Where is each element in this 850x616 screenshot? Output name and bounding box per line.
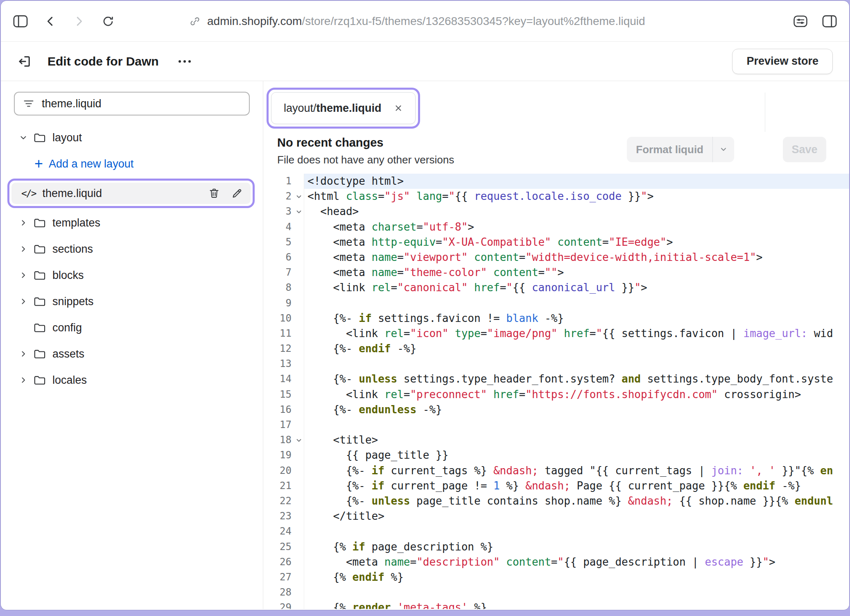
sidebar-item-blocks[interactable]: blocks bbox=[1, 262, 263, 288]
sidebar-item-label: sections bbox=[52, 243, 93, 256]
code-line-24[interactable]: 24 bbox=[263, 524, 849, 539]
code-line-14[interactable]: 14 {%- unless settings.type_header_font.… bbox=[263, 371, 849, 387]
sidebar-item-snippets[interactable]: snippets bbox=[1, 288, 263, 315]
code-line-15[interactable]: 15 <link rel="preconnect" href="https://… bbox=[263, 387, 849, 402]
code-line-3[interactable]: 3 <head> bbox=[263, 204, 849, 219]
sidebar-item-label: templates bbox=[52, 217, 100, 229]
line-number: 2 bbox=[263, 189, 304, 204]
code-line-17[interactable]: 17 bbox=[263, 417, 849, 433]
sidebar-item-assets[interactable]: assets bbox=[1, 341, 263, 367]
main-content: theme.liquid layout+Add a new layout</>t… bbox=[1, 81, 849, 609]
sidebar-item-label: layout bbox=[52, 131, 82, 144]
url-bar[interactable]: admin.shopify.com/store/rzq1xu-f5/themes… bbox=[189, 1, 645, 41]
add-layout-button[interactable]: +Add a new layout bbox=[1, 151, 263, 177]
folder-icon bbox=[34, 244, 46, 254]
code-line-19[interactable]: 19 {{ page_title }} bbox=[263, 448, 849, 463]
chevron-right-icon[interactable] bbox=[19, 376, 28, 384]
selected-file-annotation-ring: </>theme.liquid bbox=[7, 179, 255, 208]
line-number: 21 bbox=[263, 478, 304, 494]
code-line-11[interactable]: 11 <link rel="icon" type="image/png" hre… bbox=[263, 326, 849, 341]
file-search-input[interactable]: theme.liquid bbox=[14, 92, 250, 116]
code-line-26[interactable]: 26 <meta name="description" content="{{ … bbox=[263, 555, 849, 570]
chevron-right-icon[interactable] bbox=[19, 297, 28, 306]
fold-chevron-icon[interactable] bbox=[296, 437, 302, 444]
sidebar-item-label: config bbox=[52, 322, 82, 334]
code-line-22[interactable]: 22 {%- unless page_title contains shop.n… bbox=[263, 494, 849, 509]
tab-layout-theme-liquid[interactable]: layout/theme.liquid bbox=[271, 92, 416, 124]
fold-chevron-icon[interactable] bbox=[296, 193, 302, 200]
chevron-down-icon[interactable] bbox=[19, 134, 28, 142]
more-options-button[interactable] bbox=[174, 56, 195, 67]
code-line-1[interactable]: 1<!doctype html> bbox=[263, 174, 849, 189]
code-line-5[interactable]: 5 <meta http-equiv="X-UA-Compatible" con… bbox=[263, 235, 849, 250]
back-icon[interactable] bbox=[44, 15, 57, 27]
filter-icon bbox=[23, 99, 34, 109]
link-icon bbox=[189, 16, 201, 27]
chevron-right-icon[interactable] bbox=[19, 219, 28, 227]
code-line-21[interactable]: 21 {%- if current_page != 1 %} &ndash; P… bbox=[263, 478, 849, 494]
delete-file-icon[interactable] bbox=[208, 187, 220, 199]
fold-chevron-icon[interactable] bbox=[296, 208, 302, 215]
line-number: 8 bbox=[263, 280, 304, 295]
sidebar-item-layout[interactable]: layout bbox=[1, 125, 263, 151]
code-line-12[interactable]: 12 {%- endif -%} bbox=[263, 341, 849, 356]
line-number: 5 bbox=[263, 235, 304, 250]
sidebar-item-label: theme.liquid bbox=[43, 187, 102, 200]
file-tree: layout+Add a new layout</>theme.liquidte… bbox=[1, 125, 263, 393]
format-liquid-button[interactable]: Format liquid bbox=[627, 137, 734, 162]
code-file-icon: </> bbox=[21, 188, 36, 199]
code-line-27[interactable]: 27 {% endif %} bbox=[263, 570, 849, 585]
chevron-right-icon[interactable] bbox=[19, 245, 28, 253]
code-line-18[interactable]: 18 <title> bbox=[263, 433, 849, 448]
header-vertical-divider bbox=[765, 93, 765, 132]
code-line-28[interactable]: 28 bbox=[263, 585, 849, 600]
code-line-20[interactable]: 20 {%- if current_tags %} &ndash; tagged… bbox=[263, 463, 849, 478]
sidebar-item-label: locales bbox=[52, 374, 87, 387]
sidebar-item-sections[interactable]: sections bbox=[1, 236, 263, 262]
sidebar-item-locales[interactable]: locales bbox=[1, 367, 263, 393]
code-line-6[interactable]: 6 <meta name="viewport" content="width=d… bbox=[263, 250, 849, 265]
chevron-right-icon[interactable] bbox=[19, 350, 28, 358]
code-line-8[interactable]: 8 <link rel="canonical" href="{{ canonic… bbox=[263, 280, 849, 295]
sidebar-item-theme-liquid[interactable]: </>theme.liquid bbox=[11, 183, 251, 204]
line-number: 15 bbox=[263, 387, 304, 402]
line-number: 6 bbox=[263, 250, 304, 265]
browser-sidebar-toggle-icon[interactable] bbox=[13, 15, 28, 27]
rename-file-icon[interactable] bbox=[231, 187, 243, 199]
folder-icon bbox=[34, 322, 46, 333]
preview-store-button[interactable]: Preview store bbox=[732, 49, 833, 74]
code-line-10[interactable]: 10 {%- if settings.favicon != blank -%} bbox=[263, 311, 849, 326]
code-editor[interactable]: 1<!doctype html>2<html class="js" lang="… bbox=[263, 174, 849, 609]
code-line-4[interactable]: 4 <meta charset="utf-8"> bbox=[263, 220, 849, 235]
chevron-right-icon[interactable] bbox=[19, 271, 28, 279]
save-button[interactable]: Save bbox=[783, 137, 826, 162]
right-panel-icon[interactable] bbox=[822, 15, 837, 27]
code-line-29[interactable]: 29 {% render 'meta-tags' %} bbox=[263, 600, 849, 609]
reload-icon[interactable] bbox=[102, 15, 115, 28]
format-liquid-label: Format liquid bbox=[627, 143, 712, 156]
code-line-25[interactable]: 25 {% if page_description %} bbox=[263, 539, 849, 555]
url-domain: admin.shopify.com bbox=[207, 15, 302, 27]
code-line-9[interactable]: 9 bbox=[263, 296, 849, 311]
line-number: 28 bbox=[263, 585, 304, 600]
code-line-2[interactable]: 2<html class="js" lang="{{ request.local… bbox=[263, 189, 849, 204]
sidebar-item-config[interactable]: config bbox=[1, 315, 263, 341]
code-line-23[interactable]: 23 </title> bbox=[263, 509, 849, 524]
line-number: 14 bbox=[263, 371, 304, 387]
url-text: admin.shopify.com/store/rzq1xu-f5/themes… bbox=[207, 15, 645, 28]
code-line-13[interactable]: 13 bbox=[263, 356, 849, 371]
line-number: 24 bbox=[263, 524, 304, 539]
chevron-down-icon[interactable] bbox=[713, 145, 734, 154]
line-number: 7 bbox=[263, 265, 304, 280]
file-sidebar: theme.liquid layout+Add a new layout</>t… bbox=[1, 81, 263, 609]
sidebar-item-templates[interactable]: templates bbox=[1, 210, 263, 236]
tab-annotation-ring: layout/theme.liquid bbox=[267, 88, 420, 129]
forward-icon[interactable] bbox=[73, 15, 85, 27]
tab-close-icon[interactable] bbox=[394, 104, 403, 113]
line-number: 29 bbox=[263, 600, 304, 609]
exit-icon[interactable] bbox=[17, 54, 32, 69]
line-number: 9 bbox=[263, 296, 304, 311]
extensions-icon[interactable] bbox=[793, 15, 807, 27]
code-line-7[interactable]: 7 <meta name="theme-color" content=""> bbox=[263, 265, 849, 280]
code-line-16[interactable]: 16 {%- endunless -%} bbox=[263, 402, 849, 417]
